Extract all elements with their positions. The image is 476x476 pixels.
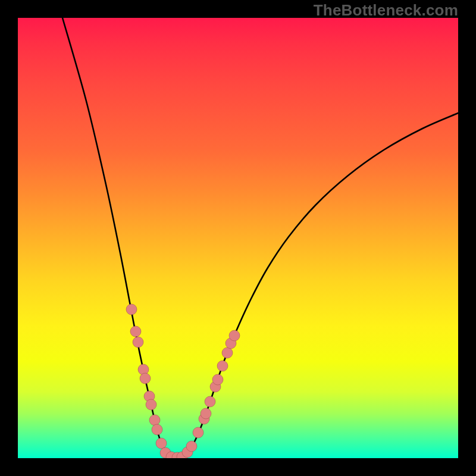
marker-group xyxy=(126,304,240,458)
bottleneck-curve xyxy=(62,18,458,458)
watermark-text: TheBottleneck.com xyxy=(314,1,458,20)
data-point xyxy=(149,415,160,425)
data-point xyxy=(146,399,156,410)
data-point xyxy=(201,408,211,419)
data-point xyxy=(222,347,233,358)
data-point xyxy=(229,330,240,341)
data-point xyxy=(186,441,197,452)
chart-svg xyxy=(18,18,458,458)
data-point xyxy=(217,361,228,371)
data-point xyxy=(133,337,143,347)
data-point xyxy=(193,427,203,438)
plot-area xyxy=(18,18,458,458)
data-point xyxy=(212,374,223,385)
data-point xyxy=(152,424,162,435)
data-point xyxy=(205,396,215,407)
chart-frame: TheBottleneck.com xyxy=(0,0,476,476)
data-point xyxy=(126,304,137,315)
data-point xyxy=(140,373,151,384)
data-point xyxy=(156,438,167,449)
data-point xyxy=(130,326,141,337)
